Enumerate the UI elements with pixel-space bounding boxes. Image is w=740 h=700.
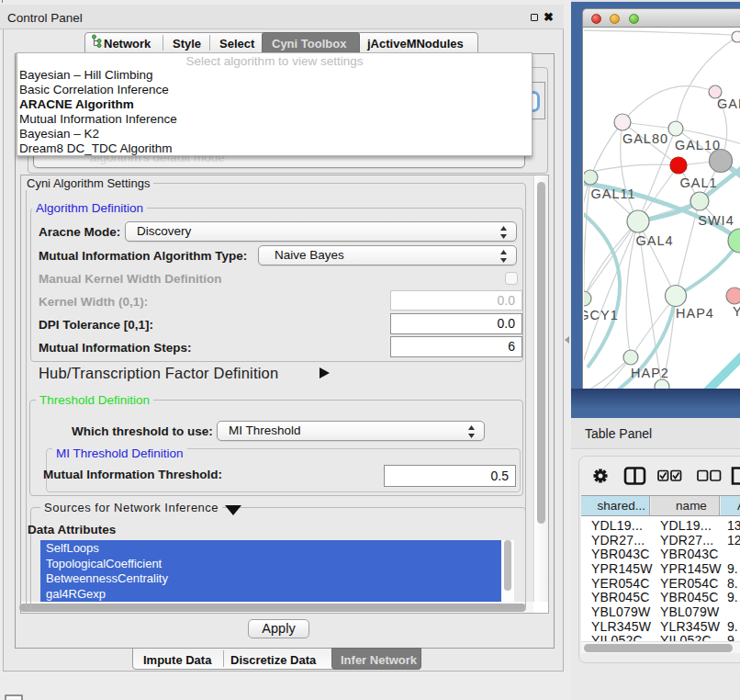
svg-text:GAL4: GAL4	[635, 233, 673, 248]
svg-text:GCY1: GCY1	[584, 308, 619, 322]
svg-text:HAP2: HAP2	[631, 366, 669, 380]
svg-text:GAL1: GAL1	[679, 175, 717, 190]
svg-text:GAL11: GAL11	[590, 186, 635, 201]
svg-text:SWI4: SWI4	[698, 213, 734, 228]
svg-text:GAL80: GAL80	[622, 131, 668, 146]
svg-text:HAP4: HAP4	[676, 306, 714, 321]
svg-text:YJ: YJ	[733, 304, 740, 319]
svg-text:GAL7: GAL7	[717, 96, 740, 111]
svg-text:GAL10: GAL10	[675, 138, 721, 152]
